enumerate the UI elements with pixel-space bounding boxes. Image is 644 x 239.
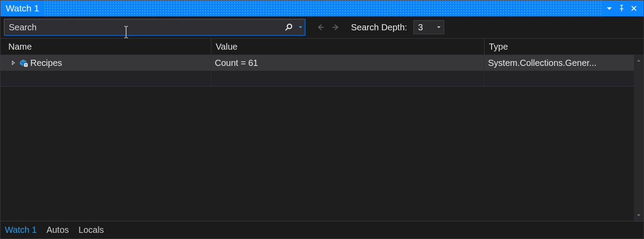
titlebar: Watch 1 <box>0 0 644 16</box>
titlebar-grip[interactable] <box>43 0 603 16</box>
new-watch-row[interactable] <box>0 71 644 87</box>
vertical-scrollbar[interactable] <box>634 55 644 221</box>
grid-header: Name Value Type <box>0 38 644 55</box>
window-title: Watch 1 <box>6 3 39 14</box>
column-header-type[interactable]: Type <box>485 39 644 54</box>
expand-icon[interactable] <box>10 60 16 66</box>
scroll-down-icon[interactable] <box>635 211 643 219</box>
column-header-value[interactable]: Value <box>211 39 485 54</box>
cell-value: Count = 61 <box>211 55 485 71</box>
tab-autos[interactable]: Autos <box>47 225 69 235</box>
watch-window: Watch 1 <box>0 0 644 239</box>
row-name-text: Recipes <box>30 58 62 68</box>
search-nav <box>314 21 342 34</box>
toolbar: Search Depth: 3 <box>0 16 644 38</box>
search-depth-select[interactable]: 3 <box>413 20 444 34</box>
search-depth-label: Search Depth: <box>351 22 407 33</box>
search-prev-button[interactable] <box>314 21 327 34</box>
search-next-button[interactable] <box>329 21 342 34</box>
grid-body: Recipes Count = 61 System.Collections.Ge… <box>0 55 644 221</box>
cell-type: System.Collections.Gener... <box>485 55 644 71</box>
column-header-name[interactable]: Name <box>0 39 211 54</box>
search-depth-value: 3 <box>418 22 423 33</box>
close-button[interactable] <box>628 2 640 14</box>
pin-button[interactable] <box>615 2 628 14</box>
scroll-up-icon[interactable] <box>635 57 643 65</box>
table-row[interactable]: Recipes Count = 61 System.Collections.Ge… <box>0 55 644 71</box>
row-value-text: Count = 61 <box>215 58 258 68</box>
window-menu-button[interactable] <box>603 2 615 14</box>
search-wrap <box>4 19 305 36</box>
row-type-text: System.Collections.Gener... <box>488 58 597 68</box>
search-options-dropdown[interactable] <box>296 19 305 36</box>
search-input[interactable] <box>4 19 297 36</box>
tab-locals[interactable]: Locals <box>79 225 104 235</box>
tab-watch-1[interactable]: Watch 1 <box>5 225 37 235</box>
svg-rect-3 <box>25 65 26 66</box>
bottom-tabstrip: Watch 1 Autos Locals <box>0 221 644 239</box>
cell-name: Recipes <box>0 55 211 71</box>
object-icon <box>19 59 28 67</box>
